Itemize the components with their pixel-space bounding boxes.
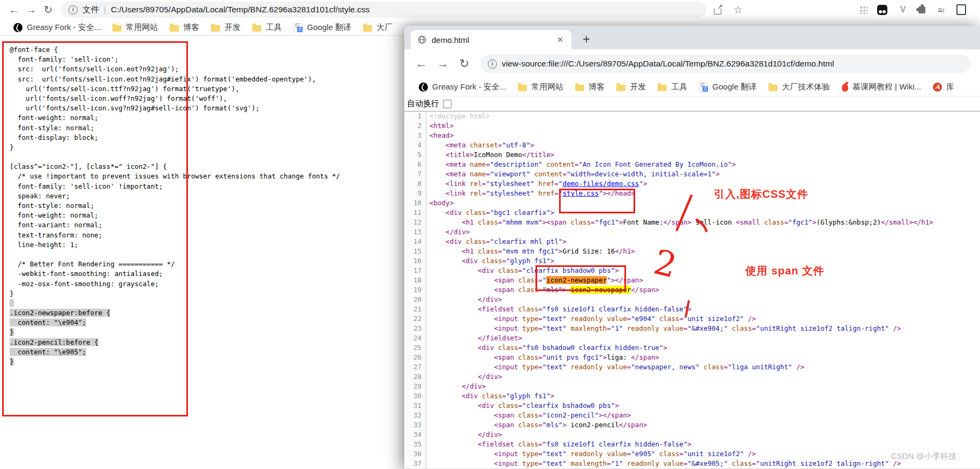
foreground-toolbar: ← → ↻ view-source:file:///C:/Users/89705… (404, 49, 980, 78)
bookmark-item[interactable]: 常用网站 (512, 82, 569, 92)
source-line: 22 <input type="text" readonly value="e9… (404, 314, 980, 324)
bookmark-item[interactable]: 开发 (205, 23, 246, 33)
reload-button[interactable]: ↻ (454, 54, 475, 73)
line-number: 29 (404, 382, 426, 391)
address-bar[interactable]: view-source:file:///C:/Users/89705/AppDa… (480, 55, 970, 73)
bookmark-item[interactable]: Google 翻译 (288, 23, 357, 33)
view-source-code: 1<!doctype html>2<html>3<head>4 <meta ch… (404, 111, 980, 468)
red-a-icon (933, 83, 942, 92)
folder-icon (575, 85, 584, 91)
bookmark-label: Google 翻译 (307, 23, 351, 33)
source-line: 30 <div class="glyph fs1"> (404, 391, 980, 401)
share-icon[interactable] (712, 4, 723, 16)
folder-icon (170, 25, 179, 32)
tab-title: demo.html (432, 35, 554, 44)
bookmark-label: 博客 (589, 82, 605, 92)
back-button[interactable]: ← (5, 2, 22, 18)
bookmark-item[interactable]: 工具 (652, 82, 693, 92)
bookmark-item[interactable]: 慕课网教程 | Wiki... (836, 82, 927, 92)
source-line: 24 </fieldset> (404, 333, 980, 343)
folder-icon (211, 25, 220, 32)
source-line: 5 <title>IcoMoon Demo</title> (404, 150, 980, 160)
globe-icon (418, 35, 426, 44)
folder-icon (112, 25, 122, 32)
bookmark-item[interactable]: 常用网站 (107, 23, 164, 33)
background-toolbar: ← → ↻ 文件 | C:/Users/89705/AppData/Local/… (0, 0, 980, 19)
line-number: 30 (404, 391, 426, 401)
address-bar[interactable]: 文件 | C:/Users/89705/AppData/Local/Temp/B… (61, 2, 706, 18)
line-number: 16 (404, 256, 426, 266)
source-line: 15 <h1 class="mvm mtn fgc1">Grid Size: 1… (404, 247, 980, 256)
source-line: 29 </div> (404, 382, 980, 391)
annotation-box-span-class (536, 265, 626, 291)
reload-button[interactable]: ↻ (40, 2, 57, 18)
line-number: 17 (404, 266, 426, 276)
stylesheet-link[interactable]: demo-files/demo.css (562, 180, 639, 188)
source-line: 7 <meta name="viewport" content="width=d… (404, 169, 980, 179)
line-number: 11 (404, 208, 426, 218)
bookmark-item[interactable]: Greasy Fork - 安全... (7, 23, 107, 33)
line-number: 21 (404, 304, 426, 314)
url-text: C:/Users/89705/AppData/Local/Temp/BNZ.62… (111, 5, 370, 14)
annotation-red-rectangle (2, 41, 188, 416)
forward-button[interactable]: → (432, 54, 454, 73)
line-number: 18 (404, 276, 426, 285)
translate-icon (293, 23, 303, 32)
folder-icon (518, 85, 527, 91)
bookmark-item[interactable]: 工具 (246, 23, 288, 33)
line-number: 35 (404, 440, 426, 449)
line-number: 4 (404, 140, 426, 150)
back-button[interactable]: ← (411, 54, 432, 73)
url-separator: | (104, 5, 106, 14)
page-info-icon[interactable] (69, 5, 78, 14)
bookmark-item[interactable]: 大厂 (357, 23, 398, 33)
source-line: 33 <span class="mls"> icon2-pencil</span… (404, 420, 980, 430)
bookmark-item[interactable]: Google 翻译 (693, 82, 763, 92)
source-line: 17 <div class="clearfix bshadow0 pbs"> (404, 266, 980, 276)
word-wrap-checkbox[interactable] (443, 100, 451, 108)
sidebar-square-icon[interactable] (956, 4, 966, 15)
bookmark-star-icon[interactable]: ☆ (732, 4, 744, 16)
source-line: 35 <fieldset class="fs0 size1of1 clearfi… (404, 440, 980, 449)
folder-icon (658, 85, 667, 91)
source-line: 14 <div class="clearfix mhl ptl"> (404, 237, 980, 247)
line-number: 7 (404, 169, 426, 179)
source-line: 28 </div> (404, 372, 980, 382)
folder-icon (363, 25, 372, 32)
tab-close-icon[interactable]: × (554, 34, 566, 46)
bookmark-item[interactable]: 开发 (610, 82, 652, 92)
extension-icons: V≡ (859, 4, 966, 16)
line-number: 32 (404, 411, 426, 420)
source-line: 1<!doctype html> (404, 111, 980, 121)
bookmark-label: 常用网站 (531, 82, 563, 92)
tab-demo-html[interactable]: demo.html × (411, 30, 571, 49)
forward-button[interactable]: → (22, 2, 40, 18)
bookmark-item[interactable]: 大厂技术体验 (763, 82, 836, 92)
v-extension-icon[interactable]: V (897, 4, 909, 16)
line-number: 13 (404, 227, 426, 237)
greasyfork-icon (419, 83, 428, 92)
line-number: 8 (404, 179, 426, 189)
bookmark-label: 工具 (671, 82, 687, 92)
url-scheme-label: 文件 (82, 4, 99, 16)
source-line: 16 <div class="glyph fs1"> (404, 256, 980, 266)
page-info-icon[interactable] (488, 59, 497, 69)
grid-extension-icon[interactable] (859, 5, 868, 14)
line-number: 37 (404, 459, 426, 468)
tab-strip: demo.html × + (404, 26, 980, 49)
bookmark-item[interactable]: Greasy Fork - 安全... (413, 82, 512, 92)
source-line: 13 </div> (404, 227, 980, 237)
watermark: CSDN @小李科技 (891, 451, 956, 461)
new-tab-button[interactable]: + (579, 32, 594, 47)
foreground-browser-window: demo.html × + ← → ↻ view-source:file:///… (404, 26, 980, 469)
line-number: 5 (404, 150, 426, 160)
dark-panda-extension-icon[interactable] (877, 5, 887, 15)
bookmark-item[interactable]: 库 (927, 82, 960, 92)
bookmark-label: 库 (946, 82, 954, 92)
bookmark-item[interactable]: 博客 (569, 82, 610, 92)
puzzle-extensions-icon[interactable] (918, 6, 925, 13)
bookmark-item[interactable]: 博客 (164, 23, 205, 33)
source-line: 32 <span class="icon2-pencil"></span> (404, 411, 980, 420)
line-number: 28 (404, 372, 426, 382)
playlist-extension-icon[interactable]: ≡ (935, 4, 947, 16)
